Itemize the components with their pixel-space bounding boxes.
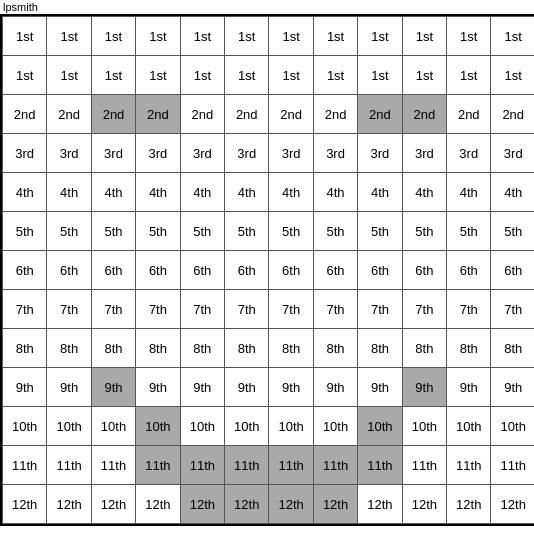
cell-r4-c2: 5th <box>91 212 135 251</box>
cell-r2-c9: 3rd <box>402 134 446 173</box>
cell-r10-c10: 11th <box>447 446 491 485</box>
cell-r6-c11: 7th <box>491 290 534 329</box>
cell-r0-c3: 1st <box>136 56 180 95</box>
table-row: 2nd2nd2nd2nd2nd2nd2nd2nd2nd2nd2nd2nd <box>3 95 535 134</box>
header-cell-0: 1st <box>3 17 47 56</box>
cell-r7-c6: 8th <box>269 329 313 368</box>
table-row: 7th7th7th7th7th7th7th7th7th7th7th7th <box>3 290 535 329</box>
cell-r4-c7: 5th <box>313 212 357 251</box>
cell-r11-c0: 12th <box>3 485 47 524</box>
cell-r6-c0: 7th <box>3 290 47 329</box>
cell-r2-c10: 3rd <box>447 134 491 173</box>
cell-r3-c10: 4th <box>447 173 491 212</box>
header-cell-3: 1st <box>136 17 180 56</box>
cell-r1-c10: 2nd <box>447 95 491 134</box>
cell-r4-c11: 5th <box>491 212 534 251</box>
cell-r6-c4: 7th <box>180 290 224 329</box>
cell-r8-c6: 9th <box>269 368 313 407</box>
cell-r9-c1: 10th <box>47 407 91 446</box>
cell-r11-c3: 12th <box>136 485 180 524</box>
table-row: 3rd3rd3rd3rd3rd3rd3rd3rd3rd3rd3rd3rd <box>3 134 535 173</box>
cell-r6-c3: 7th <box>136 290 180 329</box>
cell-r2-c7: 3rd <box>313 134 357 173</box>
cell-r10-c1: 11th <box>47 446 91 485</box>
table-row: 10th10th10th10th10th10th10th10th10th10th… <box>3 407 535 446</box>
cell-r11-c6: 12th <box>269 485 313 524</box>
cell-r5-c2: 6th <box>91 251 135 290</box>
cell-r1-c3: 2nd <box>136 95 180 134</box>
cell-r0-c0: 1st <box>3 56 47 95</box>
table-row: 1st1st1st1st1st1st1st1st1st1st1st1st <box>3 56 535 95</box>
cell-r4-c10: 5th <box>447 212 491 251</box>
cell-r8-c0: 9th <box>3 368 47 407</box>
table-row: 4th4th4th4th4th4th4th4th4th4th4th4th <box>3 173 535 212</box>
cell-r5-c11: 6th <box>491 251 534 290</box>
cell-r4-c4: 5th <box>180 212 224 251</box>
header-cell-10: 1st <box>447 17 491 56</box>
cell-r0-c10: 1st <box>447 56 491 95</box>
header-cell-2: 1st <box>91 17 135 56</box>
cell-r9-c2: 10th <box>91 407 135 446</box>
cell-r8-c4: 9th <box>180 368 224 407</box>
cell-r6-c1: 7th <box>47 290 91 329</box>
cell-r2-c2: 3rd <box>91 134 135 173</box>
cell-r10-c5: 11th <box>225 446 269 485</box>
cell-r10-c11: 11th <box>491 446 534 485</box>
cell-r1-c7: 2nd <box>313 95 357 134</box>
cell-r10-c6: 11th <box>269 446 313 485</box>
cell-r2-c0: 3rd <box>3 134 47 173</box>
cell-r10-c4: 11th <box>180 446 224 485</box>
cell-r3-c7: 4th <box>313 173 357 212</box>
header-cell-6: 1st <box>269 17 313 56</box>
cell-r8-c9: 9th <box>402 368 446 407</box>
cell-r0-c6: 1st <box>269 56 313 95</box>
cell-r1-c1: 2nd <box>47 95 91 134</box>
header-cell-7: 1st <box>313 17 357 56</box>
cell-r4-c3: 5th <box>136 212 180 251</box>
cell-r1-c9: 2nd <box>402 95 446 134</box>
cell-r2-c6: 3rd <box>269 134 313 173</box>
cell-r8-c2: 9th <box>91 368 135 407</box>
cell-r5-c10: 6th <box>447 251 491 290</box>
cell-r4-c0: 5th <box>3 212 47 251</box>
cell-r10-c3: 11th <box>136 446 180 485</box>
cell-r1-c4: 2nd <box>180 95 224 134</box>
title-bar: lpsmith <box>0 0 534 14</box>
cell-r10-c9: 11th <box>402 446 446 485</box>
table-row: 11th11th11th11th11th11th11th11th11th11th… <box>3 446 535 485</box>
cell-r1-c2: 2nd <box>91 95 135 134</box>
cell-r3-c11: 4th <box>491 173 534 212</box>
cell-r8-c1: 9th <box>47 368 91 407</box>
cell-r8-c8: 9th <box>358 368 402 407</box>
cell-r6-c5: 7th <box>225 290 269 329</box>
cell-r6-c8: 7th <box>358 290 402 329</box>
cell-r11-c7: 12th <box>313 485 357 524</box>
cell-r6-c6: 7th <box>269 290 313 329</box>
cell-r11-c9: 12th <box>402 485 446 524</box>
cell-r10-c0: 11th <box>3 446 47 485</box>
cell-r1-c6: 2nd <box>269 95 313 134</box>
cell-r9-c10: 10th <box>447 407 491 446</box>
table-row: 6th6th6th6th6th6th6th6th6th6th6th6th <box>3 251 535 290</box>
cell-r8-c7: 9th <box>313 368 357 407</box>
cell-r7-c8: 8th <box>358 329 402 368</box>
app-title: lpsmith <box>3 1 38 13</box>
cell-r3-c3: 4th <box>136 173 180 212</box>
cell-r7-c11: 8th <box>491 329 534 368</box>
cell-r2-c5: 3rd <box>225 134 269 173</box>
cell-r0-c4: 1st <box>180 56 224 95</box>
cell-r4-c1: 5th <box>47 212 91 251</box>
cell-r5-c7: 6th <box>313 251 357 290</box>
cell-r10-c8: 11th <box>358 446 402 485</box>
cell-r11-c10: 12th <box>447 485 491 524</box>
cell-r7-c2: 8th <box>91 329 135 368</box>
cell-r7-c4: 8th <box>180 329 224 368</box>
cell-r1-c8: 2nd <box>358 95 402 134</box>
header-cell-1: 1st <box>47 17 91 56</box>
cell-r3-c4: 4th <box>180 173 224 212</box>
header-cell-8: 1st <box>358 17 402 56</box>
cell-r5-c9: 6th <box>402 251 446 290</box>
cell-r4-c8: 5th <box>358 212 402 251</box>
cell-r9-c11: 10th <box>491 407 534 446</box>
cell-r5-c8: 6th <box>358 251 402 290</box>
